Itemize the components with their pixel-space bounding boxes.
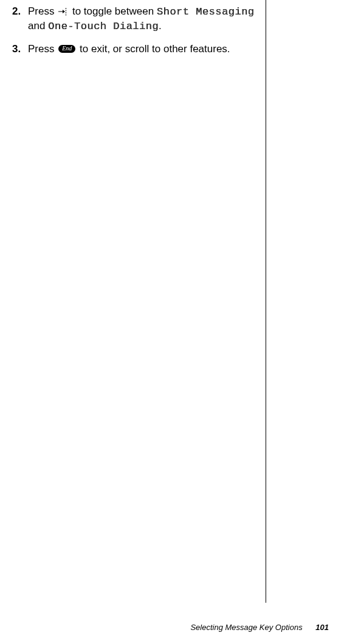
end-key-icon: End	[58, 45, 75, 53]
step-text: and	[28, 20, 48, 32]
step-3: 3. Press End to exit, or scroll to other…	[12, 42, 261, 56]
step-text: to exit, or scroll to other features.	[77, 43, 230, 55]
page-footer: Selecting Message Key Options 101	[190, 623, 329, 632]
joystick-right-icon	[58, 7, 69, 16]
step-text: to toggle between	[69, 5, 157, 17]
step-body: Press End to exit, or scroll to other fe…	[28, 42, 261, 56]
svg-marker-1	[63, 10, 65, 13]
content-column: 2. Press to toggle between Short Messagi…	[12, 5, 261, 56]
footer-section-title: Selecting Message Key Options	[190, 623, 302, 632]
column-divider	[266, 0, 266, 603]
step-number: 3.	[12, 42, 28, 56]
ocr-text-short-messaging: Short Messaging	[157, 6, 255, 18]
step-text: .	[159, 20, 162, 32]
step-body: Press to toggle between Short Messaging …	[28, 5, 261, 34]
page-container: 2. Press to toggle between Short Messagi…	[0, 0, 347, 644]
footer-page-number: 101	[315, 623, 329, 632]
ocr-text-one-touch-dialing: One-Touch Dialing	[48, 21, 159, 32]
step-text: Press	[28, 43, 57, 55]
step-2: 2. Press to toggle between Short Messagi…	[12, 5, 261, 34]
step-number: 2.	[12, 5, 28, 34]
step-text: Press	[28, 5, 57, 17]
